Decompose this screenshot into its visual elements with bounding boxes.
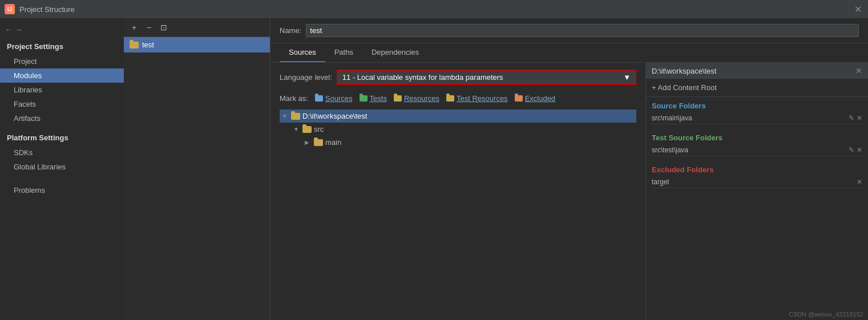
sidebar-item-problems[interactable]: Problems — [0, 183, 124, 197]
title-bar-left: IJ Project Structure — [5, 4, 75, 14]
main-layout: ← → Project Settings Project Modules Lib… — [0, 18, 868, 320]
sidebar-item-modules[interactable]: Modules — [0, 68, 124, 83]
app-icon: IJ — [5, 4, 15, 14]
sidebar-item-project[interactable]: Project — [0, 54, 124, 68]
tab-paths[interactable]: Paths — [325, 43, 362, 62]
title-text: Project Structure — [19, 5, 75, 14]
source-folders-title: Source Folders — [652, 102, 862, 110]
tree-view: ▼ D:\it\workspace\test ▼ src ▶ main — [280, 110, 636, 149]
mark-as-label: Mark as: — [280, 94, 308, 103]
excluded-folder-path-row: target ✕ — [652, 176, 862, 188]
mark-tests-button[interactable]: Tests — [360, 94, 387, 103]
test-folder-actions: ✎ ✕ — [849, 146, 862, 154]
mark-sources-button[interactable]: Sources — [315, 94, 353, 103]
remove-module-button[interactable]: − — [143, 22, 155, 33]
module-panel: + − ⊡ test — [124, 18, 271, 320]
expand-src-arrow: ▼ — [293, 126, 300, 132]
platform-settings-title: Platform Settings — [0, 130, 124, 145]
mark-as-row: Mark as: Sources Tests Resources — [280, 94, 636, 103]
tab-dependencies[interactable]: Dependencies — [362, 43, 428, 62]
language-level-value: 11 - Local variable syntax for lambda pa… — [342, 73, 503, 82]
copy-module-button[interactable]: ⊡ — [158, 22, 169, 33]
source-folder-actions: ✎ ✕ — [849, 114, 862, 122]
name-label: Name: — [280, 26, 301, 35]
tree-main-label: main — [325, 138, 341, 147]
mark-testresources-button[interactable]: Test Resources — [446, 94, 508, 103]
excluded-folder-remove-button[interactable]: ✕ — [857, 178, 862, 186]
language-level-dropdown-arrow: ▼ — [623, 73, 631, 82]
language-level-label: Language level: — [280, 73, 332, 82]
tab-sources[interactable]: Sources — [280, 43, 325, 62]
tabs-row: Sources Paths Dependencies — [271, 43, 868, 63]
source-folder-remove-button[interactable]: ✕ — [857, 114, 862, 122]
nav-forward-button[interactable]: → — [15, 25, 23, 34]
sidebar: ← → Project Settings Project Modules Lib… — [0, 18, 124, 320]
sidebar-divider-2 — [0, 174, 124, 179]
name-input[interactable] — [306, 24, 859, 37]
mark-testresources-label: Test Resources — [457, 94, 508, 103]
tree-item-main[interactable]: ▶ main — [280, 136, 636, 149]
nav-arrows: ← → — [0, 23, 124, 39]
language-level-select[interactable]: 11 - Local variable syntax for lambda pa… — [337, 70, 636, 85]
source-folders-section: Source Folders src\main\java ✎ ✕ — [646, 97, 868, 129]
excluded-folder-actions: ✕ — [857, 178, 862, 186]
sidebar-item-libraries[interactable]: Libraries — [0, 83, 124, 97]
tree-src-label: src — [314, 125, 324, 133]
root-folder-icon — [291, 113, 300, 120]
module-item-test[interactable]: test — [124, 37, 270, 52]
mark-excluded-button[interactable]: Excluded — [515, 94, 555, 103]
sidebar-item-sdks[interactable]: SDKs — [0, 145, 124, 160]
info-header: D:\it\workspace\test ✕ — [646, 63, 868, 79]
excluded-folders-section: Excluded Folders target ✕ — [646, 161, 868, 193]
right-panel: Name: Sources Paths Dependencies Languag… — [271, 18, 868, 320]
project-settings-title: Project Settings — [0, 39, 124, 54]
mark-excluded-label: Excluded — [525, 94, 555, 103]
mark-resources-button[interactable]: Resources — [394, 94, 439, 103]
test-source-folders-section: Test Source Folders src\test\java ✎ ✕ — [646, 129, 868, 161]
excluded-folders-title: Excluded Folders — [652, 165, 862, 174]
tree-item-src[interactable]: ▼ src — [280, 123, 636, 136]
sidebar-divider-3 — [0, 179, 124, 183]
mark-sources-label: Sources — [325, 94, 353, 103]
title-bar: IJ Project Structure ✕ — [0, 0, 868, 18]
module-folder-icon — [130, 42, 139, 48]
tree-root-label: D:\it\workspace\test — [302, 112, 367, 120]
module-toolbar: + − ⊡ — [124, 18, 270, 37]
content-area: Language level: 11 - Local variable synt… — [271, 63, 868, 320]
test-folder-remove-button[interactable]: ✕ — [857, 146, 862, 154]
info-panel: D:\it\workspace\test ✕ + Add Content Roo… — [645, 63, 868, 320]
info-header-title: D:\it\workspace\test — [652, 67, 716, 75]
expand-root-arrow: ▼ — [282, 113, 289, 119]
test-folder-edit-button[interactable]: ✎ — [849, 146, 854, 154]
expand-main-arrow: ▶ — [305, 139, 312, 145]
tree-item-root[interactable]: ▼ D:\it\workspace\test — [280, 110, 636, 123]
sidebar-divider — [0, 125, 124, 130]
source-folder-edit-button[interactable]: ✎ — [849, 114, 854, 122]
watermark: CSDN @weixin_42219152 — [789, 311, 863, 318]
sidebar-item-global-libraries[interactable]: Global Libraries — [0, 160, 124, 174]
source-folder-path-row: src\main\java ✎ ✕ — [652, 112, 862, 124]
name-row: Name: — [271, 18, 868, 43]
testresources-folder-icon — [446, 95, 454, 102]
mark-tests-label: Tests — [370, 94, 387, 103]
window-close-button[interactable]: ✕ — [852, 3, 863, 15]
nav-back-button[interactable]: ← — [5, 25, 13, 34]
resources-folder-icon — [394, 95, 402, 102]
test-source-folders-title: Test Source Folders — [652, 133, 862, 142]
sidebar-item-facets[interactable]: Facets — [0, 97, 124, 111]
excluded-folder-icon — [515, 95, 523, 102]
tab-content-sources: Language level: 11 - Local variable synt… — [271, 63, 645, 320]
source-folder-path: src\main\java — [652, 114, 692, 122]
language-level-row: Language level: 11 - Local variable synt… — [280, 70, 636, 85]
test-folder-path-row: src\test\java ✎ ✕ — [652, 144, 862, 156]
info-close-button[interactable]: ✕ — [855, 66, 862, 75]
tests-folder-icon — [360, 95, 368, 102]
sources-folder-icon — [315, 95, 323, 102]
add-content-root-button[interactable]: + Add Content Root — [646, 79, 868, 97]
add-module-button[interactable]: + — [128, 22, 140, 33]
main-folder-icon — [314, 139, 323, 146]
module-item-label: test — [142, 40, 154, 49]
excluded-folder-path: target — [652, 178, 669, 186]
test-folder-path: src\test\java — [652, 146, 688, 154]
sidebar-item-artifacts[interactable]: Artifacts — [0, 111, 124, 125]
